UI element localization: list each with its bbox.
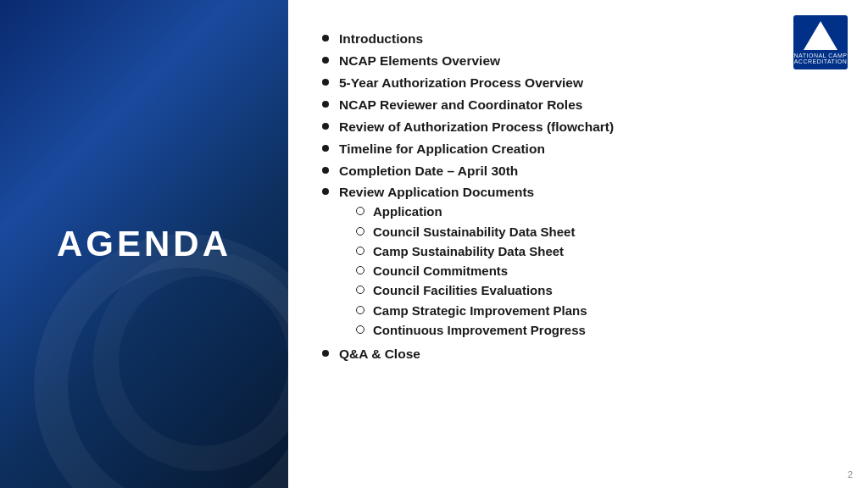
bullet-icon [322,57,329,64]
list-item: NCAP Reviewer and Coordinator Roles [322,97,834,114]
sub-item-label: Council Commitments [373,263,508,280]
sub-list-item: Council Facilities Evaluations [356,282,587,299]
sub-list-item: Camp Strategic Improvement Plans [356,302,587,319]
list-item: Q&A & Close [322,346,834,363]
logo-container: NATIONAL CAMPACCREDITATION [793,15,848,69]
sub-item-label: Council Sustainability Data Sheet [373,224,575,241]
item-label: Q&A & Close [339,346,420,363]
item-label: Completion Date – April 30th [339,163,518,180]
item-label: 5-Year Authorization Process Overview [339,75,583,92]
item-label: Review Application Documents [339,184,587,202]
sub-item-label: Continuous Improvement Progress [373,322,586,339]
sub-item-label: Council Facilities Evaluations [373,282,553,299]
sub-bullet-icon [356,286,364,294]
sub-bullet-icon [356,306,364,314]
sub-bullet-icon [356,266,364,274]
sub-list-item: Camp Sustainability Data Sheet [356,243,587,260]
bullet-icon [322,188,329,195]
left-panel: AGENDA [0,0,288,488]
list-item: Completion Date – April 30th [322,163,834,180]
sub-item-label: Camp Sustainability Data Sheet [373,243,564,260]
page-number: 2 [848,469,853,480]
right-panel: NATIONAL CAMPACCREDITATION Introductions… [288,0,868,488]
sub-bullet-icon [356,207,364,215]
item-label: NCAP Elements Overview [339,53,500,70]
bullet-icon [322,101,329,108]
sub-bullet-icon [356,247,364,255]
item-label: Introductions [339,30,423,48]
list-item: Review of Authorization Process (flowcha… [322,119,834,136]
bullet-icon [322,145,329,152]
item-label: NCAP Reviewer and Coordinator Roles [339,97,582,114]
bullet-icon [322,167,329,174]
list-item: Timeline for Application Creation [322,141,834,158]
bullet-icon [322,123,329,130]
logo-triangle-icon [804,21,837,50]
sub-list-item: Application [356,203,587,220]
list-item: 5-Year Authorization Process Overview [322,75,834,92]
logo-box: NATIONAL CAMPACCREDITATION [793,15,848,69]
sub-bullet-icon [356,325,364,334]
sub-list-item: Council Sustainability Data Sheet [356,224,587,241]
list-item: Introductions [322,30,834,48]
item-label: Timeline for Application Creation [339,141,545,158]
sub-item-label: Camp Strategic Improvement Plans [373,302,587,319]
slide-title: AGENDA [57,224,231,264]
bullet-icon [322,35,329,42]
list-item: Review Application Documents Application… [322,184,834,341]
sub-list: Application Council Sustainability Data … [356,203,587,341]
agenda-list: Introductions NCAP Elements Overview 5-Y… [322,30,834,368]
item-label: Review of Authorization Process (flowcha… [339,119,614,136]
bullet-icon [322,79,329,86]
sub-list-item: Continuous Improvement Progress [356,322,587,339]
bullet-icon [322,350,329,357]
sub-list-item: Council Commitments [356,263,587,280]
sub-item-label: Application [373,203,442,220]
list-item: NCAP Elements Overview [322,53,834,70]
sub-bullet-icon [356,227,364,236]
logo-label: NATIONAL CAMPACCREDITATION [794,53,848,64]
